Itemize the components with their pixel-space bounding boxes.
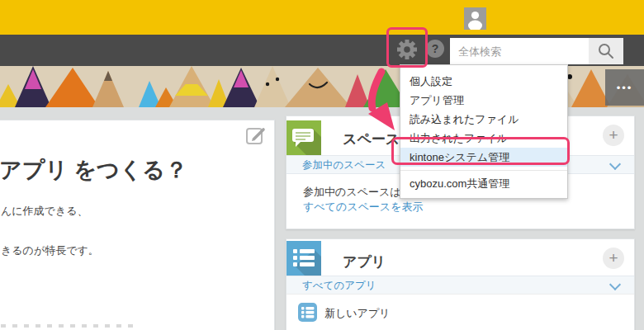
user-icon — [464, 7, 486, 30]
plus-icon: + — [608, 249, 618, 266]
new-app-icon — [298, 303, 317, 322]
ellipsis-icon: ••• — [617, 82, 633, 94]
top-yellow-bar — [0, 0, 644, 35]
space-icon — [286, 120, 321, 155]
welcome-body-line-1: んに作成できる、 — [1, 204, 88, 219]
search-input[interactable] — [450, 38, 589, 64]
app-filter-row: すべてのアプリ — [286, 276, 634, 295]
add-app-button[interactable]: + — [603, 248, 624, 269]
app-section-title: アプリ — [343, 252, 386, 271]
add-space-button[interactable]: + — [603, 125, 624, 146]
annotation-gear-highlight — [386, 27, 428, 68]
list-item-new-app[interactable]: 新しいアプリ — [286, 294, 634, 330]
cropped-bottom-text — [1, 324, 133, 328]
chevron-down-icon[interactable] — [609, 158, 621, 170]
menu-item-imported-files[interactable]: 読み込まれたファイル — [400, 110, 567, 129]
all-apps-link[interactable]: すべてのアプリ — [302, 279, 376, 293]
app-section-card: アプリ + すべてのアプリ 新しいアプリ — [286, 238, 635, 330]
menu-item-app-management[interactable]: アプリ管理 — [400, 91, 567, 110]
question-mark-icon: ? — [432, 42, 439, 55]
cover-options-button[interactable]: ••• — [605, 69, 644, 106]
search-icon — [598, 43, 614, 59]
settings-dropdown-menu: 個人設定 アプリ管理 読み込まれたファイル 出力されたファイル kintoneシ… — [400, 64, 568, 199]
global-search — [450, 38, 589, 64]
welcome-heading: アプリ をつくる？ — [0, 155, 187, 185]
menu-item-personal-settings[interactable]: 個人設定 — [400, 72, 567, 91]
search-button[interactable] — [589, 38, 623, 64]
menu-separator — [400, 170, 567, 171]
show-all-spaces-link[interactable]: すべてのスペースを表示 — [303, 200, 423, 214]
menu-item-cybozu-common-admin[interactable]: cybozu.com共通管理 — [400, 174, 567, 193]
welcome-card: アプリ をつくる？ んに作成できる、 きるのが特長です。 — [0, 120, 275, 330]
compose-icon — [244, 125, 266, 146]
edit-announcement-button[interactable] — [244, 125, 266, 146]
new-app-label: 新しいアプリ — [324, 306, 391, 321]
annotation-menu-highlight — [391, 137, 570, 165]
welcome-body-line-2: きるのが特長です。 — [1, 243, 99, 258]
app-icon — [286, 241, 321, 276]
joined-spaces-link[interactable]: 参加中のスペース — [302, 158, 386, 172]
user-avatar[interactable] — [464, 7, 486, 30]
plus-icon: + — [608, 126, 618, 144]
help-button[interactable]: ? — [426, 40, 444, 58]
chevron-down-icon[interactable] — [609, 279, 621, 290]
